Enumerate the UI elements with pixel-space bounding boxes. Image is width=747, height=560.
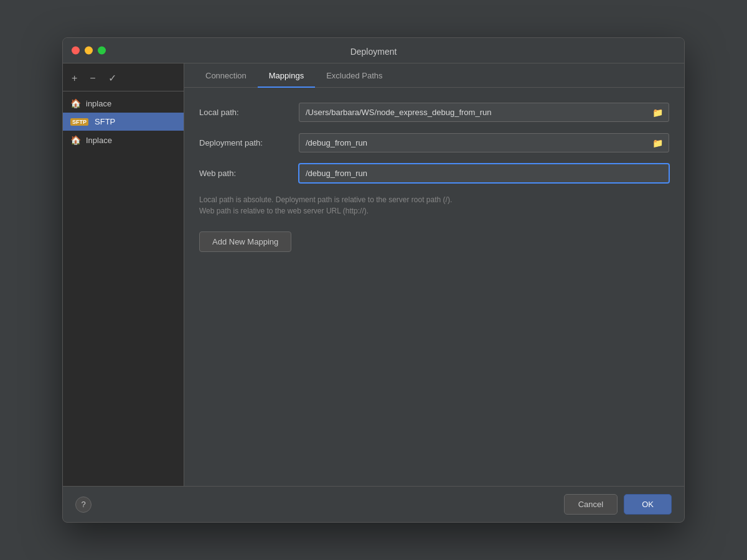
deployment-path-input-wrap: 📁 — [299, 133, 669, 152]
tab-excluded-paths[interactable]: Excluded Paths — [315, 63, 393, 88]
sidebar-items: 🏠 inplace SFTP SFTP 🏠 Inplace — [63, 91, 184, 149]
add-mapping-button[interactable]: Add New Mapping — [199, 231, 291, 252]
local-path-row: Local path: 📁 — [199, 103, 669, 122]
deployment-path-folder-button[interactable]: 📁 — [651, 137, 664, 149]
deployment-dialog: Deployment + − ✓ 🏠 inplace SFTP SFTP 🏠 — [62, 37, 685, 523]
dialog-title: Deployment — [350, 47, 397, 57]
minimize-button[interactable] — [85, 47, 93, 55]
cancel-button[interactable]: Cancel — [564, 494, 618, 515]
sidebar: + − ✓ 🏠 inplace SFTP SFTP 🏠 Inplace — [63, 63, 184, 486]
sidebar-item-inplace2[interactable]: 🏠 Inplace — [63, 131, 184, 149]
local-path-input-wrap: 📁 — [299, 103, 669, 122]
deployment-path-row: Deployment path: 📁 — [199, 133, 669, 152]
local-path-folder-button[interactable]: 📁 — [651, 106, 664, 119]
sidebar-item-sftp[interactable]: SFTP SFTP — [63, 113, 184, 131]
deployment-path-label: Deployment path: — [199, 138, 299, 147]
sidebar-item-label: inplace — [86, 99, 111, 108]
tab-connection[interactable]: Connection — [194, 63, 258, 88]
main-content: + − ✓ 🏠 inplace SFTP SFTP 🏠 Inplace — [63, 63, 684, 486]
ok-button[interactable]: OK — [624, 494, 672, 515]
deployment-path-input[interactable] — [299, 133, 669, 152]
title-bar: Deployment — [63, 38, 684, 63]
panel-content: Local path: 📁 Deployment path: 📁 — [184, 88, 684, 486]
sidebar-toolbar: + − ✓ — [63, 68, 184, 91]
sftp-badge: SFTP — [70, 118, 88, 126]
tab-mappings[interactable]: Mappings — [258, 63, 315, 88]
maximize-button[interactable] — [98, 47, 106, 55]
web-path-row: Web path: — [199, 164, 669, 183]
inplace-icon: 🏠 — [70, 98, 81, 108]
web-path-label: Web path: — [199, 169, 299, 178]
apply-button[interactable]: ✓ — [106, 72, 119, 85]
local-path-input[interactable] — [299, 103, 669, 122]
hint-text: Local path is absolute. Deployment path … — [199, 194, 669, 217]
footer-actions: Cancel OK — [564, 494, 672, 515]
dialog-footer: ? Cancel OK — [63, 486, 684, 522]
add-server-button[interactable]: + — [69, 72, 80, 85]
sidebar-item-label: SFTP — [95, 117, 115, 126]
local-path-label: Local path: — [199, 108, 299, 117]
sidebar-item-label: Inplace — [86, 136, 112, 145]
web-path-input-wrap — [299, 164, 669, 183]
sidebar-item-inplace1[interactable]: 🏠 inplace — [63, 94, 184, 113]
remove-server-button[interactable]: − — [87, 72, 98, 85]
web-path-input[interactable] — [299, 164, 669, 183]
close-button[interactable] — [72, 47, 80, 55]
window-controls — [72, 47, 106, 55]
help-button[interactable]: ? — [75, 497, 92, 513]
inplace-icon2: 🏠 — [70, 135, 81, 145]
right-panel: Connection Mappings Excluded Paths Local… — [184, 63, 684, 486]
tab-bar: Connection Mappings Excluded Paths — [184, 63, 684, 88]
